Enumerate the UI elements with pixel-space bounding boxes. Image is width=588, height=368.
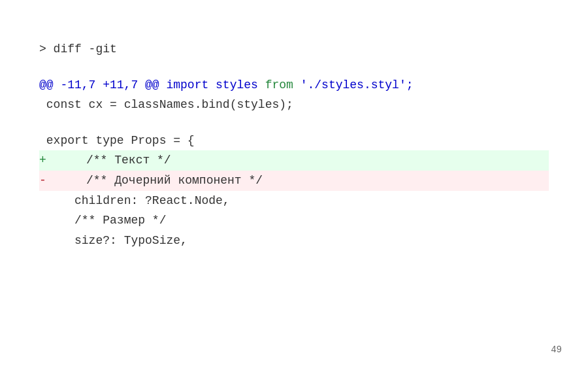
export-content: export type Props = {	[46, 131, 195, 151]
line-comment: /** Размер */	[39, 210, 549, 231]
line-empty-2	[39, 115, 549, 131]
line-export: export type Props = {	[39, 131, 549, 151]
line-hunk: @@ -11,7 +11,7 @@ import styles from './…	[39, 75, 549, 95]
size-indent	[39, 231, 74, 251]
const-indent	[39, 95, 46, 115]
size-content: size?: TypoSize,	[74, 231, 188, 251]
comment-content: /** Размер */	[74, 210, 166, 231]
add-indent	[51, 150, 86, 171]
line-empty-1	[39, 59, 549, 75]
code-block: > diff -git @@ -11,7 +11,7 @@ import sty…	[0, 0, 588, 276]
comment-indent	[39, 210, 74, 231]
diff-cmd-content: diff -git	[54, 39, 117, 59]
line-const: const cx = classNames.bind(styles);	[39, 95, 549, 115]
diff-cmd-prefix: >	[39, 39, 54, 59]
line-size: size?: TypoSize,	[39, 231, 549, 251]
const-content: const cx = classNames.bind(styles);	[46, 95, 293, 115]
children-indent	[39, 191, 74, 211]
children-content: children: ?React.Node,	[74, 191, 230, 211]
hunk-header-post: './styles.styl';	[293, 75, 414, 95]
line-add: + /** Текст */	[39, 150, 549, 171]
export-indent	[39, 131, 46, 151]
hunk-keyword: from	[265, 75, 293, 95]
hunk-header-pre: @@ -11,7 +11,7 @@ import styles	[39, 75, 265, 95]
add-prefix: +	[39, 150, 51, 171]
remove-content: /** Дочерний компонент */	[86, 171, 263, 191]
add-content: /** Текст */	[86, 150, 171, 171]
line-diff-cmd: > diff -git	[39, 39, 549, 59]
remove-prefix: -	[39, 171, 51, 191]
remove-indent	[51, 171, 86, 191]
page-number: 49	[551, 344, 562, 355]
line-children: children: ?React.Node,	[39, 191, 549, 211]
line-remove: - /** Дочерний компонент */	[39, 171, 549, 191]
